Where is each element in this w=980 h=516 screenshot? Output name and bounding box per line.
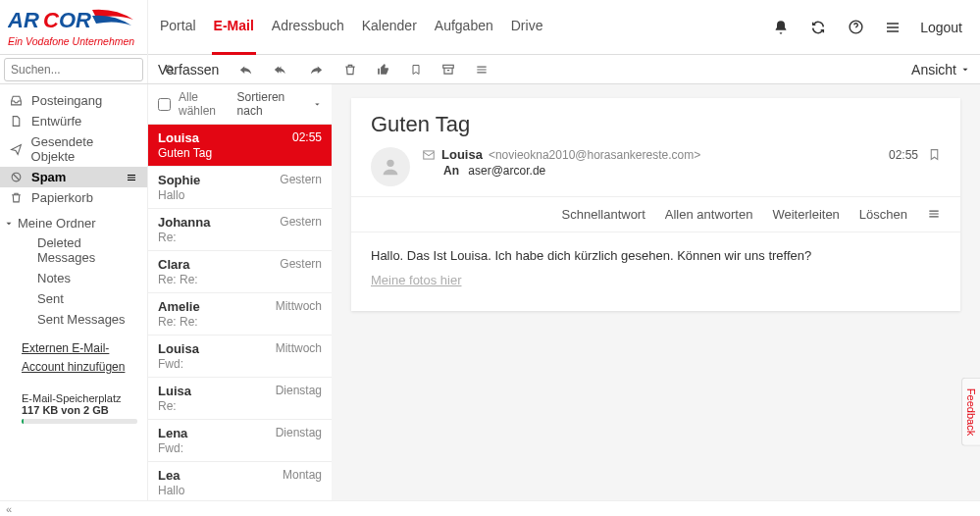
sender-name: Louisa [441,147,483,162]
view-toggle[interactable]: Ansicht [911,62,970,77]
feedback-tab[interactable]: Feedback [961,378,980,446]
message-list-column: Alle wählen Sortieren nach Louisa02:55Gu… [147,84,332,500]
folder-drafts[interactable]: Entwürfe [0,111,147,131]
sender-email: <novieokna2010@horasankereste.com> [489,148,700,162]
notifications-icon[interactable] [771,18,791,37]
quick-reply-button[interactable]: Schnellantwort [562,207,645,222]
folder-trash[interactable]: Papierkorb [0,187,147,208]
menu-icon[interactable] [883,18,903,37]
file-icon [10,115,24,128]
to-label: An [443,164,459,178]
reply-icon[interactable] [238,62,253,77]
reader-pane: Guten Tag Louisa <novieokna2010@horasank… [332,84,980,500]
inbox-icon [10,94,24,107]
svg-text:C: C [43,8,60,32]
message-item[interactable]: ClaraGesternRe: Re: [148,251,332,293]
logout-link[interactable]: Logout [920,20,962,35]
nav-email[interactable]: E-Mail [212,0,256,55]
svg-text:OR: OR [59,8,91,32]
thumbs-up-icon[interactable] [377,63,390,77]
mail-subject: Guten Tag [351,98,960,147]
custom-folder[interactable]: Sent Messages [0,309,147,330]
brand-logo[interactable]: AR C OR Ein Vodafone Unternehmen [0,0,147,55]
message-item[interactable]: SophieGesternHallo [148,167,332,209]
caret-down-icon [4,219,14,229]
bookmark-icon[interactable] [410,63,422,77]
select-all-checkbox[interactable] [158,98,171,111]
reply-all-button[interactable]: Allen antworten [665,207,753,222]
message-item[interactable]: LeaMontagHallo [148,462,332,500]
folder-inbox[interactable]: Posteingang [0,90,147,111]
custom-folder[interactable]: Sent [0,288,147,309]
nav-addressbook[interactable]: Adressbuch [270,0,346,55]
folder-menu-icon[interactable] [126,172,137,183]
reply-all-icon[interactable] [273,62,289,77]
svg-point-8 [387,160,393,167]
mail-actions: Schnellantwort Allen antworten Weiterlei… [351,197,960,232]
message-item[interactable]: LuisaDienstagRe: [148,378,332,420]
custom-folder[interactable]: Deleted Messages [0,232,147,268]
storage-bar [22,419,137,424]
forward-icon[interactable] [309,62,324,77]
top-nav: Portal E-Mail Adressbuch Kalender Aufgab… [147,0,544,55]
sent-icon [10,143,24,156]
forward-button[interactable]: Weiterleiten [772,207,839,222]
refresh-icon[interactable] [808,18,828,37]
caret-down-icon [313,100,322,109]
nav-drive[interactable]: Drive [509,0,545,55]
collapse-sidebar[interactable]: « [0,500,980,516]
help-icon[interactable] [846,18,865,37]
archive-icon[interactable] [441,63,455,77]
mail-body: Hallo. Das Ist Louisa. Ich habe dich kür… [351,232,960,311]
sender-avatar [371,147,410,186]
search-box[interactable] [4,58,143,81]
attachment-link[interactable]: Meine fotos hier [371,273,462,287]
envelope-icon [422,148,436,162]
nav-portal[interactable]: Portal [158,0,198,55]
custom-folder[interactable]: Notes [0,268,147,288]
message-item[interactable]: LouisaMittwochFwd: [148,335,332,378]
add-external-account[interactable]: Externen E-Mail-Account hinzufügen [0,330,147,377]
storage-info: E-Mail-Speicherplatz 117 KB von 2 GB [0,377,147,424]
trash-icon [10,191,24,204]
mail-toolbar: Verfassen Ansicht [147,55,980,83]
folder-sidebar: Posteingang Entwürfe Gesendete Objekte S… [0,84,147,500]
ban-icon [10,171,24,183]
message-list[interactable]: Louisa02:55Guten TagSophieGesternHalloJo… [148,125,332,500]
message-item[interactable]: AmelieMittwochRe: Re: [148,293,332,335]
sort-button[interactable]: Sortieren nach [237,90,322,118]
svg-rect-6 [443,65,454,68]
caret-down-icon [960,65,970,75]
nav-calendar[interactable]: Kalender [360,0,419,55]
message-item[interactable]: JohannaGesternRe: [148,209,332,251]
delete-icon[interactable] [343,63,357,77]
svg-text:Ein Vodafone Unternehmen: Ein Vodafone Unternehmen [8,35,134,47]
flag-icon[interactable] [928,147,941,162]
mail-time: 02:55 [889,148,918,162]
message-item[interactable]: LenaDienstagFwd: [148,420,332,462]
to-address: aser@arcor.de [468,164,545,178]
message-item[interactable]: Louisa02:55Guten Tag [148,125,332,167]
more-actions-icon[interactable] [927,207,941,222]
compose-button[interactable]: Verfassen [158,62,219,77]
custom-folders-header[interactable]: Meine Ordner [0,208,147,232]
delete-button[interactable]: Löschen [859,207,907,222]
nav-tasks[interactable]: Aufgaben [433,0,495,55]
more-icon[interactable] [475,63,489,77]
search-input[interactable] [5,61,164,78]
folder-spam[interactable]: Spam [0,167,147,187]
folder-sent[interactable]: Gesendete Objekte [0,131,147,167]
select-all-label: Alle wählen [179,90,237,118]
svg-text:AR: AR [8,8,39,32]
